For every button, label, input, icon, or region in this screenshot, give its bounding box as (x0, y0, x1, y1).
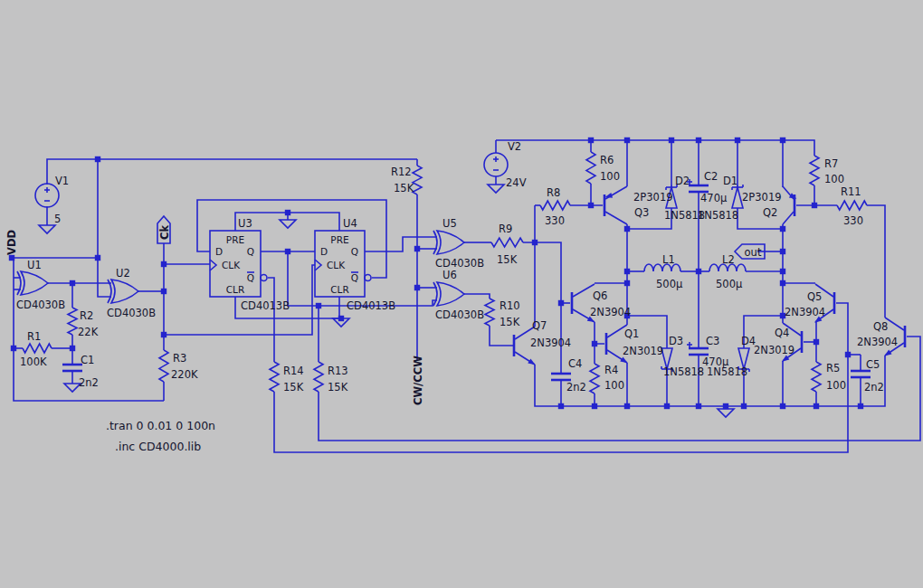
capacitor-ref[interactable]: C1 (81, 354, 94, 366)
resistor-symbol[interactable] (491, 238, 523, 247)
wire[interactable] (164, 265, 315, 335)
diode-ref[interactable]: D1 (723, 175, 737, 187)
resistor-symbol[interactable] (590, 364, 599, 394)
resistor-symbol[interactable] (159, 350, 168, 382)
resistor-ref[interactable]: R7 (824, 157, 838, 170)
flipflop-part[interactable]: CD4013B (241, 299, 290, 312)
resistor-symbol[interactable] (413, 166, 422, 194)
ground-icon[interactable] (39, 225, 55, 233)
source-ref[interactable]: V2 (508, 140, 521, 153)
gate-part[interactable]: CD4030B (16, 299, 65, 311)
resistor-ref[interactable]: R1 (27, 330, 41, 343)
resistor-ref[interactable]: R10 (500, 299, 520, 312)
capacitor-value[interactable]: 2n2 (864, 381, 884, 394)
wire[interactable] (496, 140, 814, 156)
resistor-ref[interactable]: R4 (604, 364, 618, 376)
resistor-symbol[interactable] (485, 299, 494, 326)
transistor-ref[interactable]: Q4 (775, 327, 789, 339)
xor-gate[interactable] (433, 231, 437, 254)
xor-gate[interactable] (17, 271, 21, 295)
source-value[interactable]: 24V (506, 176, 527, 189)
resistor-symbol[interactable] (540, 201, 570, 210)
xor-gate[interactable] (433, 282, 437, 306)
resistor-value[interactable]: 330 (545, 214, 565, 227)
transistor-value[interactable]: 2P3019 (742, 191, 782, 204)
capacitor-ref[interactable]: C5 (866, 358, 880, 371)
transistor-leg[interactable] (605, 212, 627, 224)
resistor-value[interactable]: 100 (826, 379, 846, 392)
resistor-ref[interactable]: R14 (283, 365, 304, 377)
transistor-leg[interactable] (783, 212, 794, 224)
wire[interactable] (268, 278, 274, 362)
resistor-value[interactable]: 22K (78, 326, 99, 338)
resistor-value[interactable]: 15K (328, 381, 348, 394)
gate-part[interactable]: CD4030B (435, 308, 484, 321)
transistor-value[interactable]: 2N3019 (623, 345, 663, 357)
net-label-ck[interactable]: Ck (158, 225, 171, 240)
resistor-value[interactable]: 220K (171, 368, 198, 381)
gate-ref[interactable]: U6 (442, 269, 457, 281)
net-label-out[interactable]: out (745, 246, 762, 259)
transistor-value[interactable]: 2N3904 (590, 306, 631, 318)
wire[interactable] (47, 159, 417, 185)
source-value[interactable]: 5 (54, 213, 61, 225)
gate-ref[interactable]: U5 (442, 217, 457, 230)
gate-ref[interactable]: U2 (116, 267, 130, 280)
transistor-value[interactable]: 2N3904 (530, 337, 571, 349)
capacitor-ref[interactable]: C4 (568, 357, 582, 370)
wire[interactable] (288, 251, 437, 306)
diode-value[interactable]: 1N5818 (707, 365, 747, 378)
source-ref[interactable]: V1 (55, 175, 69, 187)
diode-ref[interactable]: D2 (675, 175, 690, 187)
wire[interactable] (836, 303, 848, 355)
resistor-ref[interactable]: R6 (600, 154, 614, 166)
gate-ref[interactable]: U1 (27, 259, 42, 271)
capacitor-value[interactable]: 2n2 (79, 376, 99, 389)
transistor-ref[interactable]: Q2 (763, 206, 777, 219)
wire[interactable] (523, 242, 561, 374)
gate-part[interactable]: CD4030B (435, 257, 484, 270)
resistor-symbol[interactable] (810, 156, 819, 185)
transistor-ref[interactable]: Q3 (634, 206, 649, 219)
wire[interactable] (464, 294, 490, 299)
transistor-ref[interactable]: Q5 (807, 290, 822, 303)
inductor-ref[interactable]: L2 (722, 253, 735, 266)
wire[interactable] (98, 159, 111, 297)
resistor-ref[interactable]: R11 (841, 185, 861, 198)
directive-tran[interactable]: .tran 0 0.01 0 100n (106, 419, 215, 432)
transistor-leg[interactable] (573, 284, 595, 297)
resistor-value[interactable]: 330 (843, 214, 863, 227)
net-label-cwccw[interactable]: CW/CCW (412, 356, 424, 405)
directive-inc[interactable]: .inc CD4000.lib (115, 440, 201, 453)
wire[interactable] (595, 322, 604, 344)
transistor-value[interactable]: 2P3019 (633, 191, 673, 204)
capacitor-value[interactable]: 2n2 (566, 381, 586, 394)
xor-gate[interactable] (21, 271, 48, 295)
resistor-ref[interactable]: R9 (499, 223, 512, 235)
transistor-ref[interactable]: Q7 (532, 319, 547, 332)
net-label-vdd[interactable]: VDD (5, 230, 18, 255)
resistor-value[interactable]: 100K (20, 356, 47, 368)
capacitor-ref[interactable]: C2 (704, 170, 718, 183)
flipflop-part[interactable]: CD4013B (347, 299, 395, 312)
xor-gate[interactable] (437, 282, 464, 306)
resistor-value[interactable]: 100 (600, 170, 620, 183)
resistor-symbol[interactable] (270, 362, 279, 392)
resistor-value[interactable]: 15K (394, 182, 414, 194)
resistor-ref[interactable]: R8 (547, 186, 560, 199)
wire[interactable] (867, 205, 885, 318)
resistor-ref[interactable]: R12 (391, 166, 412, 178)
resistor-ref[interactable]: R13 (328, 365, 348, 377)
transistor-value[interactable]: 2N3904 (857, 336, 898, 348)
resistor-value[interactable]: 15K (283, 381, 304, 394)
flipflop-ref[interactable]: U3 (238, 217, 252, 230)
diode-value[interactable]: 1N5818 (664, 209, 705, 222)
resistor-value[interactable]: 15K (497, 253, 518, 266)
transistor-value[interactable]: 2N3904 (785, 306, 825, 318)
xor-gate[interactable] (111, 280, 138, 303)
transistor-ref[interactable]: Q8 (873, 320, 888, 333)
capacitor-value[interactable]: 470µ (700, 192, 728, 204)
resistor-value[interactable]: 15K (500, 316, 520, 328)
ground-icon[interactable] (718, 409, 734, 417)
inductor-value[interactable]: 500µ (716, 278, 743, 290)
